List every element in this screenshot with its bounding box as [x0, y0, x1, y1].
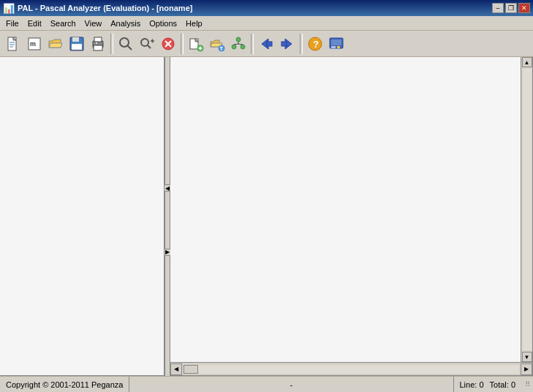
back-button[interactable]: [256, 34, 276, 54]
help-button[interactable]: ?: [305, 34, 325, 54]
line-status: Line: 0: [460, 380, 484, 389]
open-button[interactable]: [45, 34, 66, 54]
svg-rect-9: [72, 44, 82, 50]
copyright-text: Copyright © 2001-2011 Peganza: [6, 380, 123, 389]
svg-rect-12: [94, 45, 102, 50]
menu-edit[interactable]: Edit: [23, 18, 46, 29]
cancel-button[interactable]: [158, 34, 178, 54]
scroll-thumb[interactable]: [184, 365, 198, 374]
title-text: PAL - Pascal Analyzer (Evaluation) - [no…: [15, 4, 492, 12]
app-icon: 📊: [3, 3, 15, 14]
memo-button[interactable]: m: [24, 34, 45, 54]
menu-options[interactable]: Options: [145, 18, 181, 29]
print-button[interactable]: [88, 34, 108, 54]
vertical-scrollbar[interactable]: ▲ ▼: [521, 57, 532, 362]
scroll-up-button[interactable]: ▲: [522, 57, 532, 67]
main-content: ◀ ▶ ▲ ▼ ▲ ▼ ◀ ▶: [0, 57, 533, 376]
save-button[interactable]: [67, 34, 87, 54]
svg-rect-13: [96, 42, 97, 44]
sep1: [110, 34, 113, 54]
new-button[interactable]: [3, 34, 23, 54]
project-button[interactable]: T: [207, 34, 227, 54]
restore-button[interactable]: ❐: [505, 3, 517, 13]
copyright-segment: Copyright © 2001-2011 Peganza: [0, 377, 129, 392]
svg-rect-44: [331, 46, 336, 48]
title-buttons: – ❐ ✕: [492, 3, 530, 13]
title-bar: 📊 PAL - Pascal Analyzer (Evaluation) - […: [0, 0, 533, 16]
left-panel: [0, 57, 165, 376]
menu-analysis[interactable]: Analysis: [106, 18, 145, 29]
svg-point-16: [141, 39, 148, 46]
svg-point-31: [232, 45, 236, 49]
scroll-down-button[interactable]: ▼: [522, 352, 532, 362]
resize-grip[interactable]: ⠿: [521, 377, 533, 393]
horizontal-scrollbar[interactable]: ◀ ▶: [170, 362, 532, 375]
minimize-button[interactable]: –: [492, 3, 504, 13]
scroll-track-horizontal[interactable]: [184, 365, 519, 374]
sep4: [300, 34, 303, 54]
status-bar: Copyright © 2001-2011 Peganza - Line: 0 …: [0, 376, 533, 392]
total-status: Total: 0: [490, 380, 515, 389]
forward-button[interactable]: [277, 34, 298, 54]
svg-rect-8: [72, 37, 79, 42]
svg-rect-11: [94, 37, 102, 42]
svg-text:?: ?: [313, 39, 319, 50]
close-button[interactable]: ✕: [518, 3, 530, 13]
find-next-button[interactable]: [137, 34, 157, 54]
svg-point-30: [236, 37, 241, 42]
svg-text:T: T: [220, 46, 224, 51]
menu-search[interactable]: Search: [46, 18, 80, 29]
tree-button[interactable]: [228, 34, 249, 54]
svg-line-15: [127, 45, 132, 50]
menu-help[interactable]: Help: [181, 18, 207, 29]
svg-line-17: [148, 45, 151, 48]
svg-point-32: [241, 45, 245, 49]
right-panel: ▲ ▼ ▲ ▼ ◀ ▶: [170, 57, 533, 376]
center-status: -: [129, 377, 453, 392]
svg-rect-43: [331, 39, 341, 45]
svg-text:m: m: [30, 40, 36, 48]
menu-bar: File Edit Search View Analysis Options H…: [0, 16, 533, 31]
svg-rect-39: [281, 42, 287, 46]
right-status: Line: 0 Total: 0: [454, 377, 522, 392]
add-file-button[interactable]: [186, 34, 206, 54]
toolbar: m: [0, 31, 533, 57]
scroll-right-button[interactable]: ▶: [521, 363, 532, 375]
find-button[interactable]: [116, 34, 136, 54]
sep2: [181, 34, 184, 54]
scroll-track-vertical[interactable]: [523, 69, 532, 350]
svg-rect-37: [267, 42, 272, 46]
scroll-left-button[interactable]: ◀: [170, 363, 182, 375]
splitter[interactable]: ◀ ▶: [165, 57, 170, 376]
sep3: [251, 34, 254, 54]
svg-line-35: [238, 44, 243, 45]
svg-rect-45: [337, 46, 340, 48]
menu-file[interactable]: File: [1, 18, 23, 29]
menu-view[interactable]: View: [80, 18, 107, 29]
center-status-text: -: [290, 380, 293, 389]
svg-line-34: [234, 44, 238, 45]
about-button[interactable]: [326, 34, 347, 54]
